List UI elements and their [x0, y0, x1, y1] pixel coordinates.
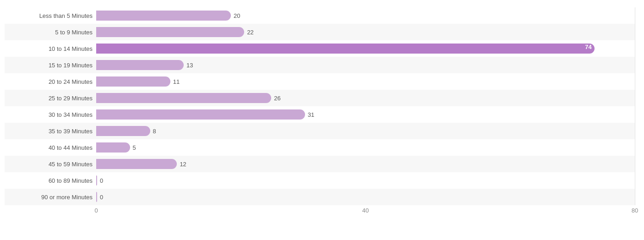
bar-fill — [96, 109, 305, 120]
chart-container: Less than 5 Minutes205 to 9 Minutes2210 … — [0, 0, 644, 240]
bar-label: Less than 5 Minutes — [5, 12, 96, 19]
bar-value-label: 26 — [274, 95, 280, 102]
bar-value-label: 12 — [180, 161, 186, 168]
bar-value-label: 31 — [308, 111, 314, 118]
bar-label: 5 to 9 Minutes — [5, 29, 96, 36]
bar-fill: 74 — [96, 44, 595, 54]
bar-label: 30 to 34 Minutes — [5, 111, 96, 118]
bar-label: 40 to 44 Minutes — [5, 144, 96, 151]
x-tick-label: 40 — [362, 207, 369, 214]
bar-track: 31 — [96, 109, 635, 120]
bar-value-label: 0 — [100, 177, 103, 184]
bar-value-label: 11 — [173, 78, 180, 85]
bar-fill — [96, 175, 97, 185]
bar-fill — [96, 60, 184, 70]
bar-fill — [96, 192, 97, 202]
bar-fill — [96, 93, 271, 103]
bar-track: 0 — [96, 192, 635, 202]
bar-value-label: 5 — [133, 144, 136, 151]
bar-fill — [96, 159, 177, 169]
bar-row: 15 to 19 Minutes13 — [5, 57, 635, 73]
bar-fill — [96, 11, 231, 21]
bar-row: Less than 5 Minutes20 — [5, 7, 635, 24]
bar-track: 20 — [96, 11, 635, 21]
bar-track: 74 — [96, 44, 635, 54]
bar-row: 45 to 59 Minutes12 — [5, 156, 635, 172]
bar-value-label: 0 — [100, 194, 103, 201]
bar-row: 5 to 9 Minutes22 — [5, 24, 635, 40]
bars-section: Less than 5 Minutes205 to 9 Minutes2210 … — [5, 7, 635, 205]
bar-row: 35 to 39 Minutes8 — [5, 123, 635, 139]
bar-value-label: 20 — [234, 12, 240, 19]
bar-track: 13 — [96, 60, 635, 70]
bar-label: 45 to 59 Minutes — [5, 161, 96, 168]
bar-row: 40 to 44 Minutes5 — [5, 139, 635, 156]
bar-track: 5 — [96, 142, 635, 153]
bar-label: 15 to 19 Minutes — [5, 62, 96, 69]
bar-fill — [96, 27, 244, 37]
x-tick-label: 80 — [632, 207, 638, 214]
bar-value-label: 8 — [153, 128, 156, 135]
bar-label: 25 to 29 Minutes — [5, 95, 96, 102]
bar-label: 35 to 39 Minutes — [5, 128, 96, 135]
bar-row: 60 to 89 Minutes0 — [5, 172, 635, 189]
bar-value-inside: 74 — [585, 44, 591, 50]
bar-track: 11 — [96, 76, 635, 87]
grid-line — [635, 7, 635, 205]
bar-track: 26 — [96, 93, 635, 103]
bar-row: 25 to 29 Minutes26 — [5, 90, 635, 106]
bar-label: 20 to 24 Minutes — [5, 78, 96, 85]
bar-fill — [96, 126, 150, 136]
x-axis: 04080 — [5, 205, 635, 207]
bar-row: 20 to 24 Minutes11 — [5, 73, 635, 90]
bar-fill — [96, 76, 170, 87]
x-tick-label: 0 — [94, 207, 98, 214]
bar-track: 0 — [96, 175, 635, 185]
bar-value-label: 22 — [247, 29, 253, 36]
chart-area: Less than 5 Minutes205 to 9 Minutes2210 … — [5, 7, 635, 202]
bar-label: 60 to 89 Minutes — [5, 177, 96, 184]
bar-track: 12 — [96, 159, 635, 169]
bar-track: 8 — [96, 126, 635, 136]
bar-label: 90 or more Minutes — [5, 194, 96, 201]
bar-value-label: 13 — [186, 62, 193, 69]
bar-row: 10 to 14 Minutes74 — [5, 40, 635, 57]
bar-row: 30 to 34 Minutes31 — [5, 106, 635, 123]
bar-label: 10 to 14 Minutes — [5, 45, 96, 52]
bar-fill — [96, 142, 130, 153]
bar-row: 90 or more Minutes0 — [5, 189, 635, 205]
bar-track: 22 — [96, 27, 635, 37]
